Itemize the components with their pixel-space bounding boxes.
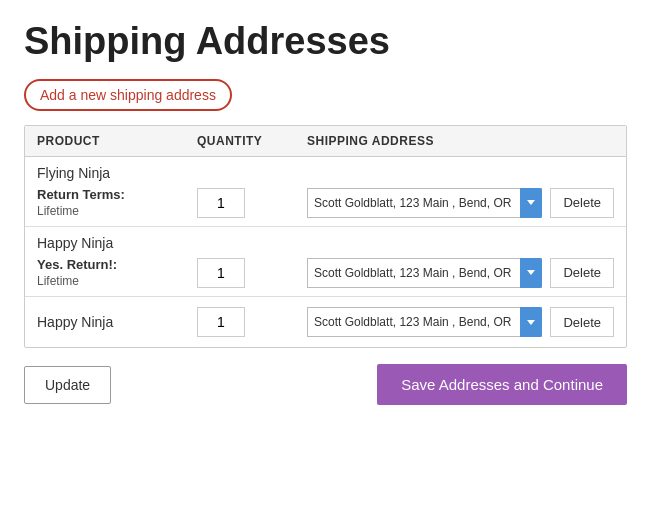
- address-select-3[interactable]: Scott Goldblatt, 123 Main , Bend, OR: [307, 307, 542, 337]
- product-name-1: Flying Ninja: [25, 157, 626, 183]
- update-button[interactable]: Update: [24, 366, 111, 404]
- quantity-cell-2: [197, 258, 307, 288]
- address-select-1[interactable]: Scott Goldblatt, 123 Main , Bend, OR: [307, 188, 542, 218]
- product-return-info-1: Return Terms: Lifetime: [37, 187, 197, 218]
- quantity-cell-1: [197, 188, 307, 218]
- return-label-1: Return Terms:: [37, 187, 197, 202]
- product-detail-row-1: Return Terms: Lifetime Scott Goldblatt, …: [25, 183, 626, 226]
- quantity-cell-3: [197, 307, 307, 337]
- address-select-2[interactable]: Scott Goldblatt, 123 Main , Bend, OR: [307, 258, 542, 288]
- return-value-2: Lifetime: [37, 274, 197, 288]
- footer-actions: Update Save Addresses and Continue: [24, 364, 627, 405]
- product-row-simple-3: Happy Ninja Scott Goldblatt, 123 Main , …: [25, 297, 626, 347]
- product-name-2: Happy Ninja: [25, 227, 626, 253]
- return-label-2: Yes. Return!:: [37, 257, 197, 272]
- address-select-wrapper-2: Scott Goldblatt, 123 Main , Bend, OR: [307, 258, 542, 288]
- quantity-input-2[interactable]: [197, 258, 245, 288]
- product-group-2: Happy Ninja Yes. Return!: Lifetime Scott…: [25, 227, 626, 297]
- delete-button-3[interactable]: Delete: [550, 307, 614, 337]
- shipping-table: PRODUCT QUANTITY SHIPPING ADDRESS Flying…: [24, 125, 627, 348]
- address-cell-2: Scott Goldblatt, 123 Main , Bend, OR Del…: [307, 258, 614, 288]
- header-quantity: QUANTITY: [197, 134, 307, 148]
- address-cell-1: Scott Goldblatt, 123 Main , Bend, OR Del…: [307, 188, 614, 218]
- header-shipping-address: SHIPPING ADDRESS: [307, 134, 614, 148]
- page-title: Shipping Addresses: [24, 20, 627, 63]
- product-group-1: Flying Ninja Return Terms: Lifetime Scot…: [25, 157, 626, 227]
- address-cell-3: Scott Goldblatt, 123 Main , Bend, OR Del…: [307, 307, 614, 337]
- delete-button-2[interactable]: Delete: [550, 258, 614, 288]
- save-addresses-continue-button[interactable]: Save Addresses and Continue: [377, 364, 627, 405]
- product-return-info-2: Yes. Return!: Lifetime: [37, 257, 197, 288]
- quantity-input-1[interactable]: [197, 188, 245, 218]
- address-select-wrapper-3: Scott Goldblatt, 123 Main , Bend, OR: [307, 307, 542, 337]
- return-value-1: Lifetime: [37, 204, 197, 218]
- add-new-shipping-link[interactable]: Add a new shipping address: [24, 79, 232, 111]
- address-select-wrapper-1: Scott Goldblatt, 123 Main , Bend, OR: [307, 188, 542, 218]
- product-detail-row-2: Yes. Return!: Lifetime Scott Goldblatt, …: [25, 253, 626, 296]
- delete-button-1[interactable]: Delete: [550, 188, 614, 218]
- table-header-row: PRODUCT QUANTITY SHIPPING ADDRESS: [25, 126, 626, 157]
- quantity-input-3[interactable]: [197, 307, 245, 337]
- product-name-3: Happy Ninja: [37, 314, 197, 330]
- header-product: PRODUCT: [37, 134, 197, 148]
